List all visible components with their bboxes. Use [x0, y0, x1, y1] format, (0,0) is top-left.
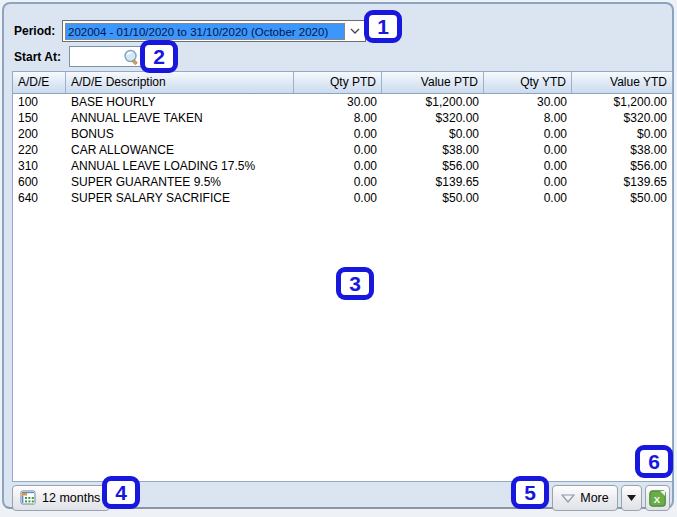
column-header-value-ytd[interactable]: Value YTD — [572, 72, 672, 93]
cell-value-ytd: $1,200.00 — [572, 94, 672, 110]
cell-ade: 100 — [13, 94, 66, 110]
start-at-label: Start At: — [14, 50, 61, 64]
column-header-value-ptd[interactable]: Value PTD — [382, 72, 484, 93]
column-header-qty-ptd[interactable]: Qty PTD — [294, 72, 382, 93]
cell-value-ptd: $56.00 — [382, 158, 484, 174]
annotation-badge-6: 6 — [635, 445, 673, 478]
table-row[interactable]: 100BASE HOURLY30.00$1,200.0030.00$1,200.… — [13, 94, 672, 110]
ade-table-body: 100BASE HOURLY30.00$1,200.0030.00$1,200.… — [13, 94, 672, 206]
table-row[interactable]: 310ANNUAL LEAVE LOADING 17.5%0.00$56.000… — [13, 158, 672, 174]
annotation-badge-3: 3 — [336, 267, 374, 300]
period-selected-value: 202004 - 01/10/2020 to 31/10/2020 (Octob… — [65, 23, 345, 40]
more-button[interactable]: More — [552, 485, 618, 511]
cell-description: BONUS — [66, 126, 294, 142]
cell-description: ANNUAL LEAVE TAKEN — [66, 110, 294, 126]
table-row[interactable]: 600SUPER GUARANTEE 9.5%0.00$139.650.00$1… — [13, 174, 672, 190]
column-header-ade[interactable]: A/D/E — [13, 72, 66, 93]
cell-description: BASE HOURLY — [66, 94, 294, 110]
export-excel-button[interactable]: X — [645, 485, 670, 511]
pay-period-panel: Period: 202004 - 01/10/2020 to 31/10/202… — [2, 2, 674, 509]
table-row[interactable]: 640SUPER SALARY SACRIFICE0.00$50.000.00$… — [13, 190, 672, 206]
more-dropdown-button[interactable] — [621, 485, 642, 511]
cell-qty-ytd: 0.00 — [484, 158, 572, 174]
cell-qty-ytd: 0.00 — [484, 174, 572, 190]
cell-qty-ytd: 0.00 — [484, 142, 572, 158]
column-header-qty-ytd[interactable]: Qty YTD — [484, 72, 572, 93]
cell-qty-ptd: 0.00 — [294, 190, 382, 206]
cell-qty-ptd: 0.00 — [294, 126, 382, 142]
table-row[interactable]: 220CAR ALLOWANCE0.00$38.000.00$38.00 — [13, 142, 672, 158]
cell-qty-ytd: 8.00 — [484, 110, 572, 126]
cell-qty-ytd: 30.00 — [484, 94, 572, 110]
cell-description: SUPER GUARANTEE 9.5% — [66, 174, 294, 190]
chevron-down-icon[interactable] — [345, 21, 365, 41]
twelve-months-button[interactable]: 12 months — [12, 485, 110, 511]
cell-qty-ptd: 0.00 — [294, 158, 382, 174]
cell-qty-ptd: 0.00 — [294, 142, 382, 158]
triangle-down-outline-icon — [561, 494, 575, 503]
period-label: Period: — [14, 24, 55, 38]
cell-description: CAR ALLOWANCE — [66, 142, 294, 158]
cell-value-ytd: $50.00 — [572, 190, 672, 206]
cell-value-ytd: $320.00 — [572, 110, 672, 126]
calendar-icon — [20, 490, 37, 506]
start-at-input[interactable] — [69, 46, 143, 67]
caret-down-icon — [627, 495, 636, 501]
cell-qty-ytd: 0.00 — [484, 190, 572, 206]
cell-ade: 640 — [13, 190, 66, 206]
cell-qty-ptd: 30.00 — [294, 94, 382, 110]
cell-ade: 200 — [13, 126, 66, 142]
cell-value-ptd: $1,200.00 — [382, 94, 484, 110]
cell-description: ANNUAL LEAVE LOADING 17.5% — [66, 158, 294, 174]
twelve-months-label: 12 months — [42, 491, 100, 505]
cell-value-ytd: $56.00 — [572, 158, 672, 174]
cell-value-ptd: $139.65 — [382, 174, 484, 190]
cell-qty-ytd: 0.00 — [484, 126, 572, 142]
more-label: More — [580, 491, 608, 505]
annotation-badge-2: 2 — [140, 40, 178, 73]
svg-text:X: X — [654, 493, 661, 504]
cell-ade: 310 — [13, 158, 66, 174]
cell-qty-ptd: 0.00 — [294, 174, 382, 190]
cell-ade: 150 — [13, 110, 66, 126]
table-row[interactable]: 150ANNUAL LEAVE TAKEN8.00$320.008.00$320… — [13, 110, 672, 126]
column-header-description[interactable]: A/D/E Description — [66, 72, 294, 93]
cell-ade: 220 — [13, 142, 66, 158]
cell-value-ytd: $0.00 — [572, 126, 672, 142]
annotation-badge-4: 4 — [102, 476, 140, 509]
cell-qty-ptd: 8.00 — [294, 110, 382, 126]
annotation-badge-5: 5 — [511, 476, 549, 509]
cell-ade: 600 — [13, 174, 66, 190]
ade-table-header: A/D/EA/D/E DescriptionQty PTDValue PTDQt… — [13, 72, 672, 94]
magnifier-icon[interactable] — [123, 49, 140, 66]
cell-value-ptd: $50.00 — [382, 190, 484, 206]
cell-value-ytd: $139.65 — [572, 174, 672, 190]
excel-export-icon: X — [649, 490, 666, 507]
cell-value-ptd: $0.00 — [382, 126, 484, 142]
period-combobox[interactable]: 202004 - 01/10/2020 to 31/10/2020 (Octob… — [62, 20, 366, 42]
table-row[interactable]: 200BONUS0.00$0.000.00$0.00 — [13, 126, 672, 142]
annotation-badge-1: 1 — [364, 10, 402, 43]
cell-value-ytd: $38.00 — [572, 142, 672, 158]
cell-value-ptd: $38.00 — [382, 142, 484, 158]
cell-value-ptd: $320.00 — [382, 110, 484, 126]
cell-description: SUPER SALARY SACRIFICE — [66, 190, 294, 206]
